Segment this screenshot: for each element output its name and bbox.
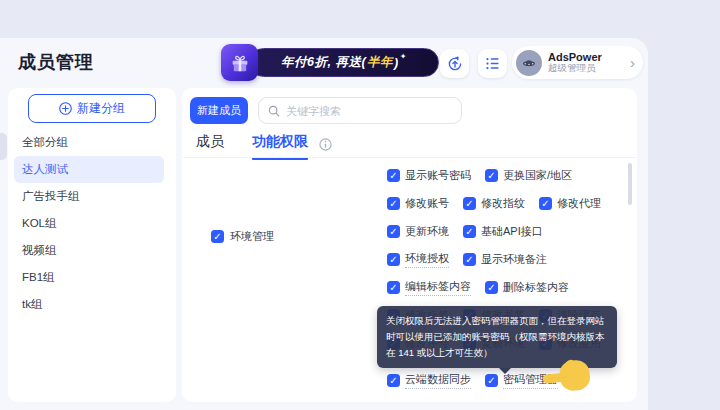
permission-item[interactable]: 修改账号 xyxy=(387,196,449,211)
permission-label: 显示账号密码 xyxy=(405,168,471,183)
permission-item[interactable]: 编辑标签内容 xyxy=(387,279,471,296)
search-input[interactable] xyxy=(286,105,446,117)
search-box[interactable] xyxy=(258,97,462,124)
new-group-button[interactable]: 新建分组 xyxy=(28,94,156,123)
sidebar-collapse-handle[interactable] xyxy=(0,133,7,160)
upgrade-sync-button[interactable] xyxy=(440,49,469,78)
promo-text: 年付6折, 再送( xyxy=(281,54,366,71)
info-circle-icon xyxy=(319,138,332,151)
checkbox-checked-icon[interactable] xyxy=(387,225,400,238)
permission-label: 编辑标签内容 xyxy=(405,279,471,296)
sidebar-group-item[interactable]: 达人测试 xyxy=(14,156,164,183)
sidebar-group-item[interactable]: 全部分组 xyxy=(14,129,164,156)
checkbox-checked-icon[interactable] xyxy=(485,281,498,294)
checkbox-checked-icon[interactable] xyxy=(387,281,400,294)
permission-label: 修改指纹 xyxy=(481,196,525,211)
page-title: 成员管理 xyxy=(18,50,94,74)
gift-icon[interactable] xyxy=(221,44,258,81)
checkbox-checked-icon[interactable] xyxy=(485,374,498,387)
promo-highlight: 半年 xyxy=(367,54,393,71)
permission-row: 更新环境基础API接口 xyxy=(387,217,633,245)
promo-banner[interactable]: 年付6折, 再送(半年)✦ xyxy=(249,48,439,77)
checkbox-checked-icon[interactable] xyxy=(211,230,224,243)
checkbox-checked-icon[interactable] xyxy=(387,374,400,387)
permission-label: 修改账号 xyxy=(405,196,449,211)
permission-group-label: 环境管理 xyxy=(230,229,274,244)
permission-label: 显示环境备注 xyxy=(481,252,547,267)
checkbox-checked-icon[interactable] xyxy=(539,197,552,210)
chevron-right-icon: › xyxy=(630,55,635,70)
permission-item[interactable]: 云端数据同步 xyxy=(387,372,471,389)
sidebar-group-item[interactable]: 广告投手组 xyxy=(14,183,164,210)
permission-item[interactable]: 基础API接口 xyxy=(463,224,543,239)
sidebar-group-item[interactable]: tk组 xyxy=(14,291,164,318)
sidebar-group-item[interactable]: 视频组 xyxy=(14,237,164,264)
tab-inactive[interactable]: 成员 xyxy=(196,133,224,157)
permission-row: 编辑标签内容删除标签内容 xyxy=(387,273,633,301)
account-role: 超级管理员 xyxy=(548,63,624,74)
gift-glyph xyxy=(229,52,251,74)
divider xyxy=(183,157,636,158)
permission-label: 基础API接口 xyxy=(481,224,543,239)
tooltip-text: 关闭权限后无法进入密码管理器页面，但在登录网站时可以使用已添加的账号密码（权限需… xyxy=(386,315,605,358)
permission-row: 修改账号修改指纹修改代理 xyxy=(387,189,633,217)
permission-item[interactable]: 修改指纹 xyxy=(463,196,525,211)
checkbox-checked-icon[interactable] xyxy=(463,253,476,266)
tab-bar: 成员功能权限 xyxy=(196,133,308,160)
tooltip-arrow xyxy=(499,368,511,374)
permission-item[interactable]: 修改代理 xyxy=(539,196,601,211)
permission-row: 环境授权显示环境备注 xyxy=(387,245,633,273)
permission-item[interactable]: 删除标签内容 xyxy=(485,280,569,295)
plus-circle-icon xyxy=(59,102,72,115)
permission-item[interactable]: 显示环境备注 xyxy=(463,252,547,267)
new-member-button[interactable]: 新建成员 xyxy=(190,97,248,124)
permission-item[interactable]: 环境授权 xyxy=(387,251,449,268)
permission-row: 显示账号密码更换国家/地区 xyxy=(387,161,633,189)
list-icon xyxy=(485,56,500,71)
checkbox-checked-icon[interactable] xyxy=(387,169,400,182)
sparkle-icon: ✦ xyxy=(400,52,407,61)
info-icon[interactable] xyxy=(319,137,332,155)
search-icon xyxy=(268,105,280,117)
checkbox-checked-icon[interactable] xyxy=(463,225,476,238)
permission-label: 云端数据同步 xyxy=(405,372,471,389)
circular-arrow-up-icon xyxy=(447,56,463,72)
sidebar-group-item[interactable]: KOL组 xyxy=(14,210,164,237)
permission-label: 环境授权 xyxy=(405,251,449,268)
account-menu[interactable]: AdsPower 超级管理员 › xyxy=(512,46,643,79)
app-window: 成员管理 年付6折, 再送(半年)✦ xyxy=(0,0,720,410)
tab-active[interactable]: 功能权限 xyxy=(252,133,308,160)
permission-label: 修改代理 xyxy=(557,196,601,211)
ufo-icon xyxy=(520,54,538,72)
permission-item[interactable]: 显示账号密码 xyxy=(387,168,471,183)
new-group-label: 新建分组 xyxy=(77,100,125,117)
permission-label: 更新环境 xyxy=(405,224,449,239)
permission-label: 更换国家/地区 xyxy=(503,168,572,183)
checkbox-checked-icon[interactable] xyxy=(485,169,498,182)
pointing-hand-icon xyxy=(540,355,600,401)
account-info: AdsPower 超级管理员 xyxy=(548,51,624,75)
group-list: 全部分组达人测试广告投手组KOL组视频组FB1组tk组 xyxy=(14,129,164,318)
permission-item[interactable]: 更新环境 xyxy=(387,224,449,239)
checkbox-checked-icon[interactable] xyxy=(387,253,400,266)
list-settings-button[interactable] xyxy=(478,49,507,78)
permission-label: 删除标签内容 xyxy=(503,280,569,295)
permission-group-environment[interactable]: 环境管理 xyxy=(211,229,274,244)
promo-suffix: ) xyxy=(394,56,399,70)
checkbox-checked-icon[interactable] xyxy=(463,197,476,210)
checkbox-checked-icon[interactable] xyxy=(387,197,400,210)
permission-item[interactable]: 更换国家/地区 xyxy=(485,168,572,183)
avatar xyxy=(516,50,542,76)
sidebar-group-item[interactable]: FB1组 xyxy=(14,264,164,291)
